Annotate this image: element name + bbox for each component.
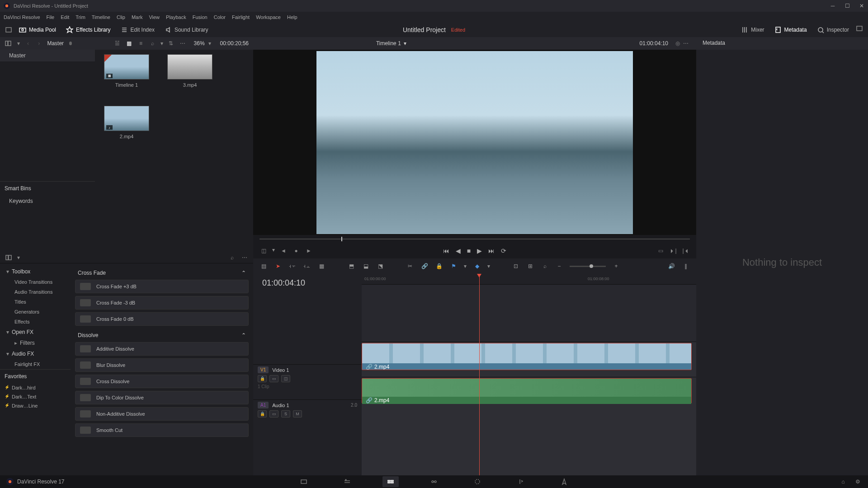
- openfx-header[interactable]: ▾Open FX: [0, 327, 71, 338]
- play-button[interactable]: ▶: [477, 247, 482, 254]
- toolbox-header[interactable]: ▾Toolbox: [0, 266, 71, 277]
- custom-zoom-button[interactable]: ⌕: [541, 262, 549, 270]
- page-fusion[interactable]: [426, 476, 442, 487]
- zoom-slider[interactable]: [570, 266, 606, 267]
- loop-button[interactable]: ⟳: [501, 247, 506, 254]
- chevron-down-icon[interactable]: ▾: [404, 40, 406, 47]
- volume-icon[interactable]: 🔊: [667, 262, 675, 270]
- home-button[interactable]: ⌂: [839, 478, 847, 486]
- page-media[interactable]: [296, 476, 312, 487]
- chevron-down-icon[interactable]: ▾: [464, 263, 467, 269]
- flag-button[interactable]: ⚑: [449, 262, 458, 270]
- clip-item[interactable]: ♪ 2.mp4: [104, 106, 149, 139]
- track-header-a1[interactable]: A1 Audio 1 2.0 🔒 ▭ S M: [253, 399, 362, 435]
- track-frame-button[interactable]: ◫: [281, 375, 290, 382]
- menu-file[interactable]: File: [47, 14, 55, 20]
- menu-fusion[interactable]: Fusion: [193, 14, 208, 20]
- overwrite-button[interactable]: ▭: [656, 247, 665, 255]
- layout-preset-button[interactable]: [5, 26, 13, 34]
- viewer-canvas[interactable]: [316, 51, 633, 234]
- favorite-item[interactable]: Draw…Line: [0, 401, 71, 410]
- media-pool-toggle[interactable]: Media Pool: [15, 24, 60, 35]
- trim-tool[interactable]: ⫞⫟: [288, 262, 297, 270]
- chevron-down-icon[interactable]: ▾: [272, 247, 275, 255]
- timeline-ruler[interactable]: 01:00:00:00 01:00:08:00: [362, 274, 696, 285]
- fx-search-icon[interactable]: ⌕: [228, 253, 236, 262]
- page-fairlight[interactable]: [513, 476, 529, 487]
- cat-filters[interactable]: ▸Filters: [0, 338, 71, 348]
- favorite-item[interactable]: Dark…hird: [0, 383, 71, 392]
- clip-item[interactable]: 3.mp4: [167, 54, 212, 88]
- step-back-icon[interactable]: |⏴: [682, 247, 690, 255]
- mute-button[interactable]: M: [293, 410, 302, 418]
- mixer-toggle[interactable]: Mixer: [737, 24, 768, 35]
- collapse-icon[interactable]: ⌃: [241, 332, 246, 338]
- go-end-button[interactable]: ⏭: [488, 247, 495, 254]
- track-badge[interactable]: A1: [258, 402, 269, 408]
- overwrite-button[interactable]: ⬓: [362, 262, 370, 270]
- timeline-view-button[interactable]: ▤: [259, 262, 268, 270]
- menu-workspace[interactable]: Workspace: [256, 14, 281, 20]
- viewer-title[interactable]: Timeline 1▾: [376, 40, 406, 47]
- fx-item[interactable]: Cross Fade -3 dB: [75, 296, 249, 310]
- fx-item[interactable]: Additive Dissolve: [75, 342, 249, 356]
- media-panel-menu[interactable]: [5, 39, 12, 47]
- chevron-down-icon[interactable]: ▾: [487, 263, 490, 269]
- fx-item[interactable]: Cross Dissolve: [75, 375, 249, 388]
- menu-playback[interactable]: Playback: [166, 14, 186, 20]
- step-back-button[interactable]: ◀: [456, 247, 461, 254]
- bin-keywords[interactable]: Keywords: [0, 195, 95, 207]
- lock-button[interactable]: 🔒: [435, 262, 443, 270]
- favorite-item[interactable]: Dark…Text: [0, 392, 71, 401]
- zoom-detail-button[interactable]: ⊞: [526, 262, 534, 270]
- menu-dots-icon[interactable]: ⋯: [241, 253, 249, 262]
- blade-tool[interactable]: ▦: [317, 262, 326, 270]
- fx-item[interactable]: Dip To Color Dissolve: [75, 391, 249, 404]
- minimize-button[interactable]: ─: [830, 3, 835, 9]
- track-header-v1[interactable]: V1 Video 1 🔒 ▭ ◫ 1 Clip: [253, 364, 362, 399]
- search-icon[interactable]: ⌕: [149, 39, 157, 47]
- match-frame-button[interactable]: ◫: [259, 247, 268, 255]
- zoom-fit-button[interactable]: ⊡: [512, 262, 520, 270]
- link-button[interactable]: 🔗: [420, 262, 429, 270]
- cat-generators[interactable]: Generators: [0, 307, 71, 317]
- collapse-icon[interactable]: ⌃: [241, 270, 246, 276]
- view-thumb-icon[interactable]: ▦: [125, 39, 133, 47]
- chevron-down-icon[interactable]: ▾: [17, 40, 20, 47]
- page-edit[interactable]: [382, 476, 399, 487]
- fx-item[interactable]: Non-Additive Dissolve: [75, 407, 249, 421]
- mark-out-button[interactable]: ►: [305, 247, 313, 255]
- menu-edit[interactable]: Edit: [61, 14, 69, 20]
- sound-library-toggle[interactable]: Sound Library: [161, 24, 212, 35]
- edit-index-toggle[interactable]: Edit Index: [117, 24, 158, 35]
- menu-timeline[interactable]: Timeline: [92, 14, 110, 20]
- bypass-icon[interactable]: ◎: [674, 39, 682, 47]
- view-list-icon[interactable]: ≡: [137, 39, 145, 47]
- video-clip[interactable]: 🔗2.mp4: [362, 343, 692, 370]
- close-button[interactable]: ✕: [859, 3, 864, 9]
- zoom-percent[interactable]: 36%: [194, 40, 205, 47]
- fx-item[interactable]: Cross Fade +3 dB: [75, 280, 249, 293]
- cat-fairlightfx[interactable]: Fairlight FX: [0, 359, 71, 369]
- menu-dots-icon[interactable]: ⋯: [682, 39, 690, 47]
- menu-view[interactable]: View: [149, 14, 160, 20]
- menu-dots-icon[interactable]: ⋯: [179, 39, 187, 47]
- fx-item[interactable]: Cross Fade 0 dB: [75, 312, 249, 326]
- full-screen-button[interactable]: [855, 24, 863, 33]
- nav-fwd[interactable]: ›: [36, 39, 42, 47]
- fx-item[interactable]: Blur Dissolve: [75, 358, 249, 372]
- selection-tool[interactable]: ➤: [274, 262, 282, 270]
- marker-button[interactable]: ◆: [473, 262, 481, 270]
- bin-master[interactable]: Master: [0, 50, 95, 61]
- track-lock-button[interactable]: 🔒: [258, 410, 267, 418]
- cat-effects[interactable]: Effects: [0, 317, 71, 327]
- viewer-scrubber[interactable]: [259, 235, 690, 243]
- menu-clip[interactable]: Clip: [117, 14, 125, 20]
- playhead[interactable]: [479, 274, 480, 475]
- track-visible-button[interactable]: ▭: [269, 375, 278, 382]
- clip-item[interactable]: ▦ Timeline 1: [104, 54, 149, 88]
- replace-button[interactable]: ⬔: [376, 262, 384, 270]
- settings-button[interactable]: ⚙: [854, 478, 862, 486]
- insert-button[interactable]: ⬒: [347, 262, 355, 270]
- page-color[interactable]: [469, 476, 486, 487]
